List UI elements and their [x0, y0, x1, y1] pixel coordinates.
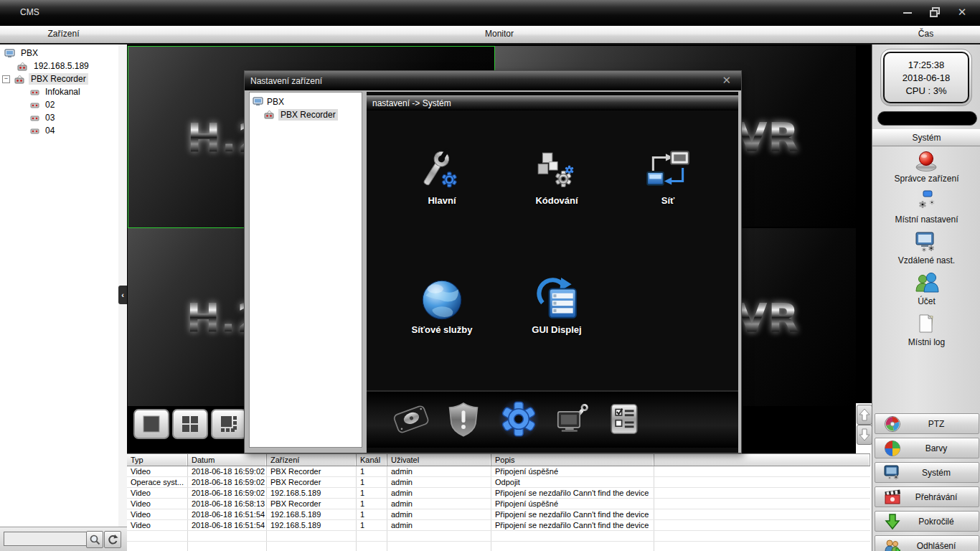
log-row[interactable]: Video2018-06-18 16:59:02PBX Recorder1adm… — [127, 466, 870, 477]
globe-icon — [388, 276, 496, 324]
app-window: CMS ✕ Zařízení Monitor Čas PBX 192.168.5… — [0, 0, 980, 551]
search-bar — [0, 527, 127, 551]
computer-icon — [4, 49, 15, 58]
gui-display-icon — [503, 276, 611, 324]
logout-users-icon — [884, 537, 901, 551]
column-header[interactable]: Popis — [491, 454, 654, 466]
layout-single-icon — [142, 415, 161, 433]
ptz-orb-icon — [884, 415, 901, 433]
column-header[interactable]: Datum — [188, 454, 267, 466]
refresh-icon — [107, 534, 118, 545]
device-settings-dialog: Nastavení zařízení ✕ PBX PBX Recorder na… — [244, 70, 742, 453]
device-icon — [264, 110, 275, 119]
search-input[interactable] — [4, 532, 88, 546]
layout-quad-icon — [181, 415, 199, 433]
tree-item-device[interactable]: 192.168.5.189 — [17, 60, 91, 72]
device-icon — [14, 75, 25, 84]
column-header-empty — [654, 454, 870, 466]
minimize-button[interactable] — [897, 4, 918, 20]
dialog-device-tree: PBX PBX Recorder — [249, 92, 362, 448]
tree-item-channel[interactable]: Infokanal — [30, 85, 83, 98]
settings-item-netservice[interactable]: Síťové služby — [388, 276, 496, 335]
storage-hdd-icon[interactable] — [391, 399, 431, 439]
maintenance-tools-icon[interactable] — [552, 399, 593, 439]
log-row[interactable]: Video2018-06-18 16:59:02192.168.5.1891ad… — [127, 488, 870, 499]
settings-item-encoding[interactable]: Kódování — [503, 146, 611, 206]
close-button[interactable]: ✕ — [951, 4, 973, 20]
security-shield-icon[interactable] — [443, 399, 484, 439]
wrench-gear-icon — [388, 146, 496, 195]
dialog-close-button[interactable]: ✕ — [722, 75, 731, 86]
column-header[interactable]: Typ — [127, 454, 188, 466]
channel-icon — [30, 114, 39, 122]
menu-monitor[interactable]: Monitor — [127, 29, 872, 39]
settings-gear-icon[interactable] — [499, 399, 539, 439]
advanced-arrow-icon — [884, 513, 901, 530]
log-row[interactable]: Operace syst...2018-06-18 16:59:02PBX Re… — [127, 477, 870, 488]
right-panel: 17:25:38 2018-06-18 CPU : 3% Systém Sprá… — [872, 44, 980, 551]
refresh-button[interactable] — [104, 531, 121, 548]
info-checklist-icon[interactable] — [604, 399, 644, 439]
playback-button[interactable]: Přehrávání — [875, 486, 979, 507]
local-settings-item[interactable]: Místní nastavení — [895, 190, 958, 225]
tree-item-channel[interactable]: 04 — [30, 124, 57, 137]
collapse-sidebar-icon[interactable]: ‹ — [118, 286, 127, 304]
remote-config-item[interactable]: Vzdálené nast. — [898, 231, 955, 265]
device-icon — [17, 62, 28, 71]
log-row[interactable]: Video2018-06-18 16:51:54192.168.5.1891ad… — [127, 509, 870, 520]
tree-item-device[interactable]: − PBX Recorder — [2, 72, 88, 85]
log-row[interactable]: Video2018-06-18 16:58:13PBX Recorder1adm… — [127, 499, 870, 509]
column-header[interactable]: Uživatel — [387, 454, 491, 466]
column-header[interactable]: Zařízení — [267, 454, 357, 466]
layout-quad-button[interactable] — [172, 409, 208, 439]
page-up-button[interactable] — [857, 405, 872, 425]
settings-item-label: GUI Displej — [503, 324, 611, 335]
settings-item-network[interactable]: Síť — [614, 146, 722, 206]
menu-devices[interactable]: Zařízení — [0, 29, 127, 39]
status-display: 17:25:38 2018-06-18 CPU : 3% — [880, 49, 972, 106]
ptz-button[interactable]: PTZ — [875, 413, 979, 434]
menu-time[interactable]: Čas — [872, 29, 980, 39]
tree-item-channel[interactable]: 02 — [30, 98, 57, 111]
network-meter — [877, 111, 977, 126]
layout-composite-icon — [220, 415, 238, 433]
dialog-content: nastavení -> Systém Hlavní — [367, 92, 738, 453]
dialog-tree-root[interactable]: PBX — [253, 95, 284, 108]
local-settings-gears-icon — [914, 190, 938, 213]
settings-item-label: Síťové služby — [388, 324, 496, 335]
log-row[interactable]: Video2018-06-18 16:51:54192.168.5.1891ad… — [127, 520, 870, 531]
layout-composite-button[interactable] — [211, 409, 247, 439]
window-title: CMS — [20, 7, 39, 17]
dialog-title: Nastavení zařízení — [250, 76, 322, 86]
channel-pager — [856, 403, 872, 453]
system-button[interactable]: Systém — [875, 462, 979, 483]
color-pie-icon — [884, 440, 901, 457]
logout-button[interactable]: Odhlášení — [875, 535, 979, 551]
arrow-up-icon — [859, 408, 870, 422]
tree-item-channel[interactable]: 03 — [30, 111, 57, 124]
device-manager-item[interactable]: Správce zařízení — [894, 149, 958, 184]
dialog-titlebar[interactable]: Nastavení zařízení ✕ — [245, 71, 741, 90]
dialog-tree-device[interactable]: PBX Recorder — [264, 108, 338, 121]
search-button[interactable] — [86, 531, 103, 548]
collapse-box-icon[interactable]: − — [2, 75, 10, 83]
column-header[interactable]: Kanál — [357, 454, 387, 466]
account-item[interactable]: Účet — [915, 272, 939, 306]
advanced-button[interactable]: Pokročilé — [875, 511, 979, 532]
panel-header: Systém — [872, 129, 980, 146]
clock-date: 2018-06-18 — [885, 72, 968, 83]
page-down-button[interactable] — [857, 425, 872, 445]
tree-item-pbx[interactable]: PBX — [4, 47, 40, 60]
red-button-icon — [914, 149, 938, 172]
local-log-item[interactable]: Místni log — [908, 313, 945, 347]
settings-item-main[interactable]: Hlavní — [388, 146, 496, 206]
settings-item-gui[interactable]: GUI Displej — [503, 276, 611, 335]
settings-breadcrumb: nastavení -> Systém — [367, 95, 738, 110]
cpu-usage: CPU : 3% — [885, 85, 968, 96]
layout-single-button[interactable] — [133, 409, 169, 439]
colors-button[interactable]: Barvy — [875, 438, 979, 458]
restore-button[interactable] — [924, 4, 946, 20]
titlebar: CMS ✕ — [0, 0, 980, 26]
channel-icon — [30, 127, 39, 135]
log-row-empty — [127, 542, 870, 551]
